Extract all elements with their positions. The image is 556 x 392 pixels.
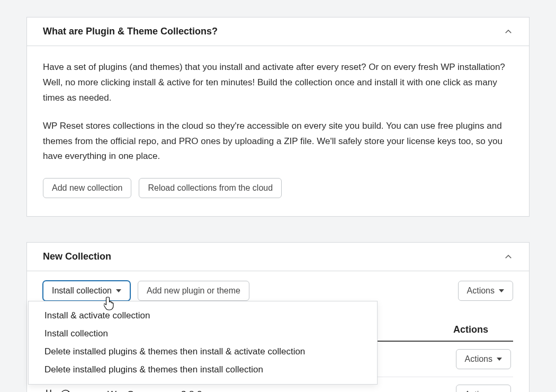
plug-icon bbox=[43, 389, 55, 392]
wordpress-icon bbox=[60, 389, 71, 392]
caret-down-icon bbox=[497, 358, 502, 361]
new-collection-card: New Collection Install collection Add ne… bbox=[26, 242, 530, 392]
collection-toolbar: Install collection Add new plugin or the… bbox=[43, 281, 513, 301]
install-collection-menu: Install & activate collection Install co… bbox=[28, 301, 378, 385]
collections-info-body: Have a set of plugins (and themes) that … bbox=[27, 46, 529, 216]
new-collection-body: Install collection Add new plugin or the… bbox=[27, 271, 529, 392]
collections-info-paragraph: WP Reset stores collections in the cloud… bbox=[43, 119, 513, 165]
row-actions-label: Actions bbox=[465, 354, 492, 364]
install-collection-dropdown-button[interactable]: Install collection bbox=[43, 281, 130, 301]
new-collection-header[interactable]: New Collection bbox=[27, 243, 529, 271]
collection-actions-dropdown-button[interactable]: Actions bbox=[458, 281, 513, 301]
row-actions-dropdown-button[interactable]: Actions bbox=[456, 349, 511, 369]
row-actions-dropdown-button[interactable]: Actions bbox=[456, 385, 511, 392]
menu-install[interactable]: Install collection bbox=[29, 325, 377, 343]
col-actions-header: Actions bbox=[428, 324, 513, 335]
collections-info-header[interactable]: What are Plugin & Theme Collections? bbox=[27, 17, 529, 46]
menu-install-activate[interactable]: Install & activate collection bbox=[29, 307, 377, 325]
install-collection-label: Install collection bbox=[52, 286, 112, 296]
menu-delete-install-activate[interactable]: Delete installed plugins & themes then i… bbox=[29, 343, 377, 361]
new-collection-title: New Collection bbox=[43, 251, 111, 262]
reload-collections-button[interactable]: Reload collections from the cloud bbox=[139, 178, 282, 198]
chevron-up-icon bbox=[504, 27, 513, 37]
add-new-collection-button[interactable]: Add new collection bbox=[43, 178, 131, 198]
collections-info-actions: Add new collection Reload collections fr… bbox=[43, 178, 513, 198]
caret-down-icon bbox=[499, 289, 504, 292]
row-actions-label: Actions bbox=[465, 390, 492, 392]
chevron-up-icon bbox=[504, 252, 513, 262]
row-item-name: WooCommerce v3.8.0 bbox=[78, 389, 428, 392]
row-icons bbox=[43, 389, 78, 392]
collections-info-paragraph: Have a set of plugins (and themes) that … bbox=[43, 60, 513, 106]
caret-down-icon bbox=[116, 289, 121, 292]
collections-info-card: What are Plugin & Theme Collections? Hav… bbox=[26, 17, 530, 217]
menu-delete-install[interactable]: Delete installed plugins & themes then i… bbox=[29, 361, 377, 379]
add-plugin-theme-button[interactable]: Add new plugin or theme bbox=[138, 281, 249, 301]
collections-info-title: What are Plugin & Theme Collections? bbox=[43, 26, 218, 37]
collection-actions-label: Actions bbox=[467, 286, 495, 296]
